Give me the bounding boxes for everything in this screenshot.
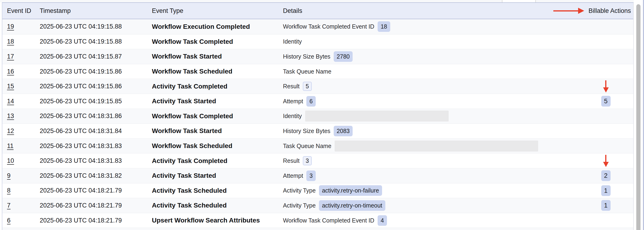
detail-value-badge: 2083 <box>334 126 353 136</box>
column-header-details: Details <box>283 7 581 15</box>
event-timestamp: 2025-06-23 UTC 04:19:15.88 <box>40 38 152 45</box>
event-id-link[interactable]: 8 <box>7 187 10 194</box>
column-header-event-type: Event Type <box>152 7 283 15</box>
detail-label: Attempt <box>283 172 303 179</box>
detail-value-badge: 18 <box>378 21 390 32</box>
billable-actions-cell <box>581 155 631 167</box>
table-row: 13 2025-06-23 UTC 04:18:31.86 Workflow T… <box>2 109 633 124</box>
detail-label: Activity Type <box>283 202 316 209</box>
event-details-cell: Identity <box>283 38 581 45</box>
arrow-head <box>603 87 609 92</box>
detail-label: History Size Bytes <box>283 128 330 135</box>
table-row: 12 2025-06-23 UTC 04:18:31.84 Workflow T… <box>2 124 633 138</box>
event-id-link[interactable]: 17 <box>7 53 14 60</box>
redacted-value-box <box>305 110 449 122</box>
event-details-cell: Activity Type activity.retry-on-failure <box>283 185 581 196</box>
arrow-head <box>578 8 584 14</box>
event-id-cell: 6 <box>7 217 40 224</box>
event-id-link[interactable]: 16 <box>7 68 14 75</box>
event-type: Workflow Task Scheduled <box>152 142 283 150</box>
event-id-link[interactable]: 15 <box>7 83 14 90</box>
event-history-table: Event ID Timestamp Event Type Details Bi… <box>2 2 634 230</box>
event-id-link[interactable]: 10 <box>7 157 14 164</box>
arrow-shaft <box>553 10 578 12</box>
column-header-timestamp: Timestamp <box>40 7 152 15</box>
event-id-cell: 17 <box>7 53 40 60</box>
detail-label: Workflow Task Completed Event ID <box>283 23 374 30</box>
scrollbar-track[interactable] <box>634 0 644 230</box>
table-row: 9 2025-06-23 UTC 04:18:31.82 Activity Ta… <box>2 168 633 183</box>
event-id-cell: 16 <box>7 68 40 75</box>
partial-next-row <box>2 228 633 230</box>
event-details-cell: Task Queue Name <box>283 68 581 75</box>
detail-label: Identity <box>283 38 302 45</box>
event-details-cell: Attempt 6 <box>283 96 581 106</box>
event-details-cell: Task Queue Name <box>283 141 581 152</box>
billable-actions-cell: 1 <box>581 200 631 211</box>
event-type: Workflow Execution Completed <box>152 23 283 31</box>
event-rows: 19 2025-06-23 UTC 04:19:15.88 Workflow E… <box>2 19 633 228</box>
billable-actions-count-badge: 1 <box>601 185 610 196</box>
detail-value-badge: 5 <box>303 82 312 91</box>
event-id-cell: 9 <box>7 172 40 179</box>
billable-actions-count-badge: 5 <box>601 96 610 106</box>
redacted-value-box <box>334 141 538 152</box>
scrollbar-thumb[interactable] <box>636 4 640 230</box>
detail-value-badge: activity.retry-on-failure <box>319 185 382 196</box>
arrow-shaft <box>605 80 606 87</box>
detail-value-badge: 3 <box>303 156 312 165</box>
event-timestamp: 2025-06-23 UTC 04:19:15.86 <box>40 68 152 75</box>
event-timestamp: 2025-06-23 UTC 04:19:15.88 <box>40 23 152 30</box>
column-header-billable-actions: Billable Actions <box>581 7 631 15</box>
event-type: Activity Task Completed <box>152 157 283 165</box>
event-details-cell: Attempt 3 <box>283 171 581 181</box>
event-id-cell: 10 <box>7 157 40 164</box>
billable-actions-count-badge: 1 <box>601 200 610 211</box>
event-type: Workflow Task Started <box>152 53 283 60</box>
event-details-cell: Result 3 <box>283 156 581 165</box>
event-id-link[interactable]: 6 <box>7 217 10 224</box>
event-details-cell: History Size Bytes 2083 <box>283 126 581 136</box>
event-type: Activity Task Scheduled <box>152 202 283 209</box>
event-timestamp: 2025-06-23 UTC 04:18:21.79 <box>40 187 152 194</box>
event-details-cell: History Size Bytes 2780 <box>283 51 581 62</box>
detail-label: History Size Bytes <box>283 53 330 60</box>
detail-value-badge: 2780 <box>334 51 353 62</box>
event-id-link[interactable]: 14 <box>7 98 14 105</box>
detail-label: Task Queue Name <box>283 143 331 149</box>
event-id-cell: 14 <box>7 98 40 105</box>
event-timestamp: 2025-06-23 UTC 04:18:21.79 <box>40 217 152 224</box>
event-type: Workflow Task Started <box>152 127 283 135</box>
event-timestamp: 2025-06-23 UTC 04:19:15.86 <box>40 83 152 90</box>
detail-label: Activity Type <box>283 187 316 194</box>
table-header-row: Event ID Timestamp Event Type Details Bi… <box>2 3 633 19</box>
billable-actions-cell <box>581 80 631 92</box>
event-id-link[interactable]: 13 <box>7 112 14 120</box>
event-type: Workflow Task Scheduled <box>152 68 283 75</box>
event-id-link[interactable]: 9 <box>7 172 10 179</box>
event-id-link[interactable]: 12 <box>7 128 14 135</box>
detail-label: Result <box>283 157 300 164</box>
partial-button-above-table[interactable] <box>502 0 536 2</box>
event-id-link[interactable]: 19 <box>7 23 14 30</box>
event-id-link[interactable]: 7 <box>7 202 10 209</box>
window-right-edge <box>643 0 644 230</box>
event-id-link[interactable]: 18 <box>7 38 14 45</box>
event-timestamp: 2025-06-23 UTC 04:18:31.84 <box>40 128 152 135</box>
event-type: Workflow Task Completed <box>152 112 283 120</box>
event-type: Upsert Workflow Search Attributes <box>152 217 283 224</box>
detail-label: Task Queue Name <box>283 68 331 75</box>
event-timestamp: 2025-06-23 UTC 04:19:15.87 <box>40 53 152 60</box>
table-row: 16 2025-06-23 UTC 04:19:15.86 Workflow T… <box>2 64 633 79</box>
event-id-cell: 12 <box>7 128 40 135</box>
table-row: 8 2025-06-23 UTC 04:18:21.79 Activity Ta… <box>2 183 633 198</box>
event-details-cell: Identity <box>283 110 581 122</box>
table-row: 7 2025-06-23 UTC 04:18:21.79 Activity Ta… <box>2 198 633 213</box>
event-id-cell: 18 <box>7 38 40 45</box>
billable-actions-count-badge: 2 <box>601 170 610 181</box>
event-id-link[interactable]: 11 <box>7 142 14 150</box>
red-arrow-down-icon <box>603 155 609 167</box>
detail-value-badge: 4 <box>378 215 387 226</box>
red-arrow-down-icon <box>603 80 609 92</box>
table-row: 15 2025-06-23 UTC 04:19:15.86 Activity T… <box>2 79 633 94</box>
